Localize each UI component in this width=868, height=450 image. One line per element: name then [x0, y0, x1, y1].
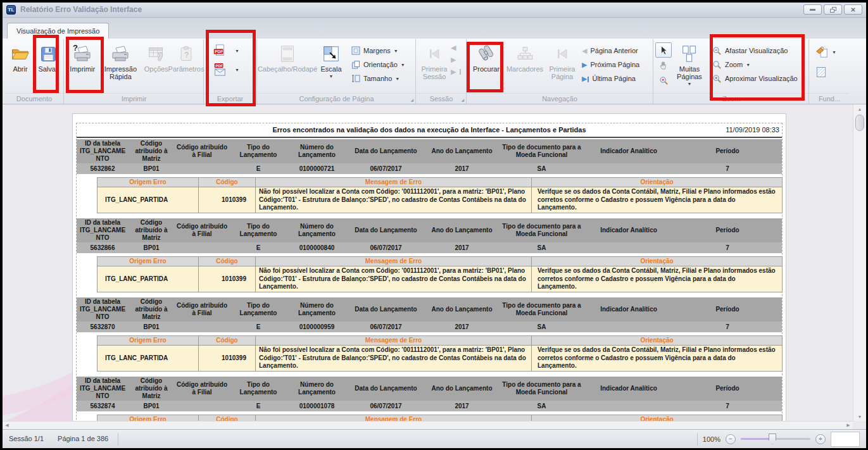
main-grid: ID da tabela ITG_LANCAMENTO Código atrib… [77, 139, 782, 174]
hand-pan-icon [659, 61, 669, 70]
magnifier-icon [659, 76, 669, 85]
cell-filial [174, 163, 230, 174]
proxima-pagina-button[interactable]: ▶ Próxima Página [582, 58, 639, 72]
error-data-row: ITG_LANC_PARTIDA 1010399 Não foi possíve… [97, 346, 783, 372]
scroll-up-arrow-icon[interactable]: ▲ [853, 104, 866, 113]
margens-button[interactable]: Margens ▼ [351, 44, 405, 58]
col-header-filial: Código atribuído à Filial [174, 297, 230, 322]
col-header-ano: Ano do Lançamento [425, 377, 499, 401]
impressao-rapida-label: Impressão Rápida [99, 65, 142, 80]
multiple-pages-icon [680, 42, 699, 65]
cell-indicador [584, 242, 673, 253]
status-bar: Sessão 1/1 Página 1 de 386 100% − + [3, 429, 866, 448]
cell-indicador [584, 163, 673, 174]
col-header-id: ID da tabela ITG_LANCAMENTO [77, 377, 129, 401]
error-data-row: ITG_LANC_PARTIDA 1010399 Não foi possíve… [97, 266, 783, 292]
margens-label: Margens [363, 47, 391, 54]
error-block: ID da tabela ITG_LANCAMENTO Código atrib… [77, 139, 782, 213]
col-header-periodo: Período [673, 297, 782, 322]
pagina-anterior-button: ◀ Página Anterior [582, 44, 639, 58]
bookmarks-tree-icon [515, 42, 534, 65]
error-detail-table-wrap: Origem Erro Código Mensagem de Erro Orie… [97, 335, 782, 372]
primeira-sessao-button: Primeira Sessão [418, 39, 451, 91]
zoom-slider-fill [741, 438, 772, 440]
group-label-navegacao: Navegação [467, 93, 653, 104]
group-sessao: Primeira Sessão ◀ ▶ ▶ Sessão ◢ [417, 39, 467, 104]
cell-mensagem-erro: Não foi possível localizar a Conta com C… [256, 187, 532, 213]
cell-matriz: BP01 [129, 242, 174, 253]
vertical-scrollbar[interactable]: ▲ ▼ [853, 104, 866, 421]
pointer-tool-button[interactable] [655, 42, 672, 58]
scroll-left-arrow-icon[interactable]: ◀ [3, 422, 11, 429]
cell-origem-erro: ITG_LANC_PARTIDA [97, 346, 199, 372]
muitas-paginas-button[interactable]: Muitas Páginas ▼ [672, 39, 707, 91]
escala-label: Escala [320, 65, 341, 73]
error-header-row: Origem Erro Código Mensagem de Erro Orie… [97, 257, 783, 266]
group-label-imprimir: Imprimir [65, 93, 203, 104]
cor-fundo-button[interactable]: ▼ [815, 45, 836, 59]
cell-orientacao: Verifque se os dados da Conta Contábil, … [532, 187, 783, 213]
cell-ano: 2017 [425, 322, 499, 332]
horizontal-scrollbar[interactable]: ◀ ▶ [3, 421, 853, 429]
next-page-icon: ▶ [582, 61, 587, 68]
zoom-out-button[interactable]: − [726, 434, 736, 444]
col-header-orientacao: Orientação [532, 257, 783, 266]
cell-id: 5632870 [77, 322, 129, 332]
dialog-launcher-icon[interactable]: ◢ [461, 97, 464, 102]
tamanho-button[interactable]: Tamanho ▼ [351, 72, 405, 85]
fill-color-bucket-icon [815, 45, 829, 59]
muitas-paginas-caret-icon: ▼ [688, 80, 692, 88]
sessao-anterior-button: ◀ [451, 42, 461, 54]
error-header-row: Origem Erro Código Mensagem de Erro Orie… [97, 336, 783, 346]
open-folder-icon [11, 42, 30, 65]
cell-ano: 2017 [425, 163, 499, 174]
cell-codigo-erro: 1010399 [199, 187, 256, 213]
scroll-right-arrow-icon[interactable]: ▶ [844, 422, 853, 429]
close-button[interactable]: ✕ [844, 4, 862, 15]
col-header-tipo: Tipo do Lançamento [230, 139, 287, 163]
marca-dagua-button[interactable] [815, 65, 827, 79]
zoom-slider-thumb[interactable] [769, 434, 776, 444]
main-grid-header-row: ID da tabela ITG_LANCAMENTO Código atrib… [77, 377, 782, 401]
last-session-icon: ▶ [451, 68, 456, 75]
error-block: ID da tabela ITG_LANCAMENTO Código atrib… [77, 297, 782, 372]
col-header-indicador: Indicador Analítico [584, 139, 673, 163]
col-header-codigo: Código [199, 336, 256, 346]
error-header-row: Origem Erro Código Mensagem de Erro Orie… [97, 178, 783, 187]
col-header-matriz: Código atribuído à Matriz [129, 297, 174, 322]
hand-tool-button[interactable] [655, 58, 672, 73]
col-header-tipo-doc: Tipo de documento para a Moeda Funcional [499, 297, 584, 322]
orientacao-button[interactable]: Orientação ▼ [351, 58, 405, 72]
cabecalho-rodape-button: Cabeçalho/Rodapé [259, 39, 316, 91]
pagina-anterior-label: Página Anterior [590, 47, 638, 54]
main-grid-header-row: ID da tabela ITG_LANCAMENTO Código atrib… [77, 218, 782, 242]
escala-button[interactable]: Escala ▼ [316, 39, 346, 91]
proxima-sessao-button: ▶ [451, 54, 461, 66]
col-header-ano: Ano do Lançamento [425, 297, 499, 322]
impressao-rapida-button[interactable]: Impressão Rápida [99, 39, 142, 91]
dialog-launcher-icon[interactable]: ◢ [410, 97, 413, 102]
minimize-button[interactable] [803, 4, 822, 15]
error-detail-table-wrap: Origem Erro Código Mensagem de Erro Orie… [97, 256, 782, 292]
col-header-codigo: Código [199, 178, 256, 187]
ultima-pagina-button[interactable]: ▶ Última Página [582, 72, 639, 85]
cell-numero: 0100000721 [287, 163, 347, 174]
abrir-button[interactable]: Abrir [6, 39, 34, 91]
group-configuracao-pagina: Cabeçalho/Rodapé Escala ▼ Margens ▼ [258, 39, 416, 104]
vertical-scroll-thumb[interactable] [855, 115, 864, 131]
cabecalho-rodape-label: Cabeçalho/Rodapé [258, 65, 317, 73]
window-title: Relatório Erro Validação Interface [20, 5, 142, 14]
restore-button[interactable] [824, 4, 842, 15]
proxima-pagina-label: Próxima Página [590, 61, 639, 68]
scroll-down-arrow-icon[interactable]: ▼ [853, 412, 866, 421]
magnifier-tool-button[interactable] [655, 73, 672, 88]
cell-data: 06/07/2017 [347, 322, 425, 332]
previous-session-icon: ◀ [451, 44, 456, 51]
zoom-slider[interactable] [741, 438, 810, 440]
zoom-in-button[interactable]: + [815, 434, 826, 444]
col-header-periodo: Período [673, 139, 782, 163]
cell-filial [174, 242, 230, 253]
scale-icon [322, 42, 341, 65]
cell-periodo: 7 [673, 242, 782, 253]
highlight-zoom-annotation [710, 34, 805, 101]
